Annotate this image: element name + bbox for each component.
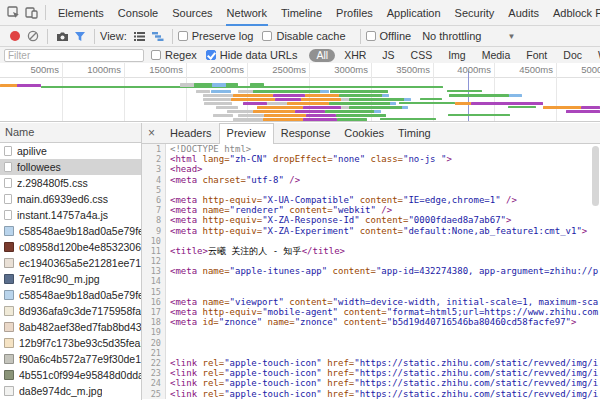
clear-button[interactable] <box>24 28 42 44</box>
code-line: 23<link rel="apple-touch-icon" href="htt… <box>142 368 600 378</box>
network-checkboxes: Preserve logDisable cacheOffline <box>178 29 420 44</box>
filter-pill-font[interactable]: Font <box>519 49 554 62</box>
divider <box>47 29 48 44</box>
detail-tab-preview[interactable]: Preview <box>219 123 274 144</box>
tab-security[interactable]: Security <box>448 0 502 26</box>
request-row[interactable]: main.d6939ed6.css <box>0 191 141 207</box>
code-text <box>166 327 600 337</box>
code-line: 16<meta name="viewport" content="width=d… <box>142 297 600 307</box>
request-row[interactable]: 7e91f8c90_m.jpg <box>0 271 141 287</box>
hide-data-urls-checkbox-box[interactable] <box>206 50 216 60</box>
filter-input[interactable] <box>4 49 144 62</box>
hide-data-urls-checkbox[interactable]: Hide data URLs <box>206 49 298 61</box>
request-row[interactable]: 4b551c0f994e95848d0dda09... <box>0 367 141 383</box>
request-row[interactable]: 12b9f7c173be93c5d35fea2d... <box>0 335 141 351</box>
screenshot-camera-icon[interactable] <box>53 28 71 44</box>
offline-checkbox[interactable]: Offline <box>366 30 412 42</box>
waterfall-bar <box>455 102 471 105</box>
code-line: 18<meta id="znonce" name="znonce" conten… <box>142 317 600 327</box>
disable-cache-checkbox[interactable]: Disable cache <box>262 30 345 42</box>
code-line: 6<meta http-equiv="X-UA-Compatible" cont… <box>142 195 600 205</box>
checkbox-box[interactable] <box>262 31 272 41</box>
tab-timeline[interactable]: Timeline <box>274 0 329 26</box>
code-text: <!DOCTYPE html> <box>166 144 600 154</box>
code-line: 24<link rel="apple-touch-icon" href="htt… <box>142 378 600 388</box>
tab-profiles[interactable]: Profiles <box>329 0 380 26</box>
code-line: 25<link rel="apple-touch-icon" href="htt… <box>142 389 600 399</box>
close-icon[interactable]: × <box>148 126 155 140</box>
request-row[interactable]: f90a6c4b572a77e9f30de153... <box>0 351 141 367</box>
line-number: 6 <box>142 195 166 205</box>
request-row[interactable]: c58548ae9b18ad0a5e79fe4e... <box>0 287 141 303</box>
chevron-down-icon[interactable]: ▼ <box>507 32 515 41</box>
request-row[interactable]: z.298480f5.css <box>0 175 141 191</box>
tab-application[interactable]: Application <box>380 0 448 26</box>
record-button[interactable] <box>6 28 24 44</box>
checkbox-box[interactable] <box>366 31 376 41</box>
filter-pill-ws[interactable]: WS <box>591 49 600 62</box>
regex-checkbox[interactable]: Regex <box>151 49 197 61</box>
tab-network[interactable]: Network <box>220 0 274 26</box>
waterfall-bar <box>330 90 388 93</box>
filter-pill-doc[interactable]: Doc <box>556 49 589 62</box>
filter-pill-xhr[interactable]: XHR <box>337 49 373 62</box>
line-number: 9 <box>142 226 166 236</box>
filter-pill-media[interactable]: Media <box>475 49 518 62</box>
tab-console[interactable]: Console <box>111 0 165 26</box>
filter-pill-img[interactable]: Img <box>441 49 473 62</box>
filter-pill-css[interactable]: CSS <box>404 49 440 62</box>
code-text: <meta name="apple-itunes-app" content="a… <box>166 266 600 276</box>
detail-tab-timing[interactable]: Timing <box>391 123 438 144</box>
request-row[interactable]: apilive <box>0 143 141 159</box>
tab-sources[interactable]: Sources <box>165 0 219 26</box>
request-row[interactable]: c58548ae9b18ad0a5e79fe4e... <box>0 223 141 239</box>
request-name: 8ab482aef38ed7fab8bd4314... <box>19 321 141 333</box>
name-column-header[interactable]: Name <box>0 123 141 143</box>
request-name: instant.14757a4a.js <box>17 209 108 221</box>
line-number: 10 <box>142 236 166 246</box>
preview-code-viewer[interactable]: 1<!DOCTYPE html>2<html lang="zh-CN" drop… <box>142 144 600 400</box>
network-toolbar: View: Preserve logDisable cacheOffline N… <box>0 26 600 47</box>
list-view-icon[interactable] <box>131 28 149 44</box>
waterfall-bar <box>471 102 543 105</box>
request-row[interactable]: 8ab482aef38ed7fab8bd4314... <box>0 319 141 335</box>
image-thumbnail-icon <box>4 274 14 284</box>
regex-checkbox-box[interactable] <box>151 50 161 60</box>
waterfall-bar <box>41 86 443 88</box>
request-row[interactable]: ec1940365a5e21281ee71856... <box>0 255 141 271</box>
timeline-overview[interactable]: 500ms1000ms1500ms2000ms2500ms3000ms3500m… <box>0 63 600 122</box>
scrollbar-thumb[interactable] <box>592 146 599 206</box>
code-line: 8<meta http-equiv="X-ZA-Response-Id" con… <box>142 215 600 225</box>
code-line: 9<meta http-equiv="X-ZA-Experiment" cont… <box>142 226 600 236</box>
request-row[interactable]: 8d936afa9c3de7175958fae5... <box>0 303 141 319</box>
request-row[interactable]: da8e974dc_m.jpg <box>0 383 141 399</box>
request-row[interactable]: instant.14757a4a.js <box>0 207 141 223</box>
filter-funnel-icon[interactable] <box>71 28 89 44</box>
request-row[interactable]: followees <box>0 159 141 175</box>
preserve-log-checkbox[interactable]: Preserve log <box>178 30 254 42</box>
detail-tab-response[interactable]: Response <box>274 123 338 144</box>
tab-audits[interactable]: Audits <box>501 0 546 26</box>
request-rows: apilivefolloweesz.298480f5.cssmain.d6939… <box>0 143 141 400</box>
throttling-select[interactable]: No throttling <box>422 30 481 42</box>
waterfall-view-icon[interactable] <box>149 28 167 44</box>
inspect-element-icon[interactable] <box>4 5 22 21</box>
image-thumbnail-icon <box>4 290 14 300</box>
detail-tab-cookies[interactable]: Cookies <box>337 123 391 144</box>
filter-pill-js[interactable]: JS <box>375 49 401 62</box>
checkbox-box[interactable] <box>178 31 188 41</box>
waterfall-bar <box>216 106 238 109</box>
waterfall-bar <box>305 94 339 97</box>
resource-type-filters: AllXHRJSCSSImgMediaFontDocWSManifestOthe… <box>308 49 600 62</box>
tab-elements[interactable]: Elements <box>51 0 111 26</box>
tab-adblock-plus[interactable]: Adblock Plus <box>546 0 600 26</box>
detail-tab-headers[interactable]: Headers <box>163 123 219 144</box>
waterfall-bar <box>543 106 581 109</box>
ruler-divider <box>0 77 600 78</box>
request-row[interactable]: c08958d120be4e853230649... <box>0 239 141 255</box>
device-toolbar-icon[interactable] <box>22 5 40 21</box>
waterfall-bar <box>508 106 536 108</box>
filter-pill-all[interactable]: All <box>309 49 335 62</box>
line-number: 13 <box>142 266 166 276</box>
request-list[interactable]: Name apilivefolloweesz.298480f5.cssmain.… <box>0 123 142 400</box>
